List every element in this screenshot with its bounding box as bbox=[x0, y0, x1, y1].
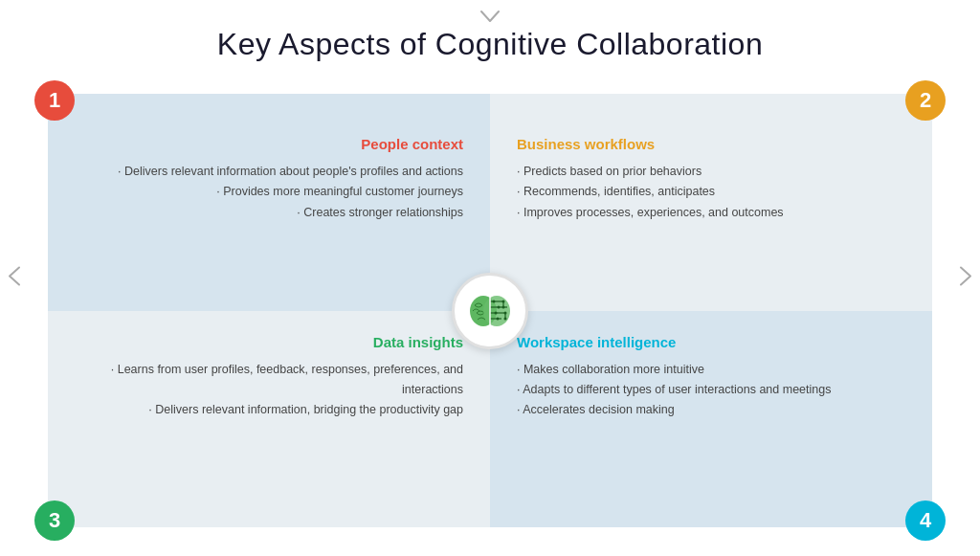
content-grid: 1 People context Delivers relevant infor… bbox=[48, 94, 932, 527]
list-item: Recommends, identifies, anticipates bbox=[517, 182, 905, 202]
list-item: Learns from user profiles, feedback, res… bbox=[75, 360, 463, 401]
list-item: Improves processes, experiences, and out… bbox=[517, 203, 905, 223]
badge-2: 2 bbox=[905, 80, 946, 121]
q3-title: Data insights bbox=[75, 334, 463, 350]
quadrant-workspace-intelligence: 4 Workspace intelligence Makes collabora… bbox=[490, 311, 932, 528]
svg-point-9 bbox=[502, 305, 505, 308]
q1-title: People context bbox=[75, 136, 463, 152]
list-item: Adapts to different types of user intera… bbox=[517, 380, 905, 400]
list-item: Delivers relevant information, bridging … bbox=[75, 400, 463, 420]
svg-point-14 bbox=[495, 311, 498, 314]
svg-point-12 bbox=[493, 300, 496, 302]
q1-bullets: Delivers relevant information about peop… bbox=[75, 162, 463, 223]
badge-4: 4 bbox=[905, 500, 946, 541]
q2-title: Business workflows bbox=[517, 136, 905, 152]
list-item: Delivers relevant information about peop… bbox=[75, 162, 463, 182]
list-item: Provides more meaningful customer journe… bbox=[75, 182, 463, 202]
list-item: Creates stronger relationships bbox=[75, 203, 463, 223]
svg-point-15 bbox=[497, 317, 500, 320]
quadrant-business-workflows: 2 Business workflows Predicts based on p… bbox=[490, 94, 932, 311]
svg-point-8 bbox=[502, 300, 505, 302]
list-item: Accelerates decision making bbox=[517, 400, 905, 420]
brain-icon bbox=[452, 273, 528, 349]
quadrant-data-insights: 3 Data insights Learns from user profile… bbox=[48, 311, 490, 528]
q3-bullets: Learns from user profiles, feedback, res… bbox=[75, 360, 463, 421]
quadrant-people-context: 1 People context Delivers relevant infor… bbox=[48, 94, 490, 311]
list-item: Predicts based on prior behaviors bbox=[517, 162, 905, 182]
svg-point-13 bbox=[498, 305, 501, 308]
next-arrow[interactable] bbox=[959, 265, 972, 291]
prev-arrow[interactable] bbox=[8, 265, 21, 291]
svg-point-1 bbox=[483, 296, 510, 326]
chevron-down-icon[interactable] bbox=[479, 8, 501, 28]
q2-bullets: Predicts based on prior behaviors Recomm… bbox=[517, 162, 905, 223]
badge-1: 1 bbox=[34, 80, 75, 121]
list-item: Makes collaboration more intuitive bbox=[517, 360, 905, 380]
q4-bullets: Makes collaboration more intuitive Adapt… bbox=[517, 360, 905, 421]
svg-point-10 bbox=[504, 311, 507, 314]
q4-title: Workspace intelligence bbox=[517, 334, 905, 350]
svg-point-11 bbox=[504, 317, 507, 320]
badge-3: 3 bbox=[34, 500, 75, 541]
